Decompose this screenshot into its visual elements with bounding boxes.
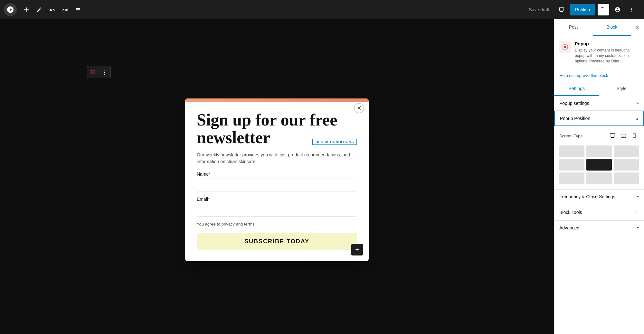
- position-grid: [559, 145, 639, 184]
- frequency-close-label: Frequency & Close Settings: [559, 194, 615, 199]
- position-section-content: Screen Type: [554, 126, 644, 189]
- email-required-marker: *: [208, 197, 210, 202]
- block-tools-header[interactable]: Block Tools +: [554, 204, 644, 220]
- ellipsis-icon: [629, 7, 635, 13]
- block-options-button[interactable]: ⋮: [99, 66, 110, 78]
- editor-area: ⋮ ✕ Sign up for our free newsletter BLOC…: [0, 19, 554, 334]
- subscribe-btn-wrapper: SUBSCRIBE TODAY +: [197, 233, 357, 250]
- email-label: Email*: [197, 197, 357, 202]
- post-tab[interactable]: Post: [554, 19, 593, 36]
- save-draft-button[interactable]: Save draft: [525, 5, 553, 14]
- position-cell-3[interactable]: [559, 159, 584, 171]
- popup-modal: ✕ Sign up for our free newsletter BLOCK …: [185, 98, 369, 261]
- popup-description: Our weekly newsletter provides you with …: [197, 152, 357, 165]
- edit-icon: [36, 7, 42, 13]
- terms-text: You agree to privacy and terms.: [197, 222, 357, 227]
- block-conditions-badge[interactable]: BLOCK CONDITIONS: [312, 139, 357, 145]
- block-tools-label: Block Tools: [559, 210, 582, 215]
- block-tools-plus-icon: +: [635, 209, 639, 216]
- block-info-text: Popup Display your content in beautiful …: [575, 41, 639, 64]
- block-tab[interactable]: Block: [593, 19, 631, 36]
- block-tools-section: Block Tools +: [554, 204, 644, 221]
- position-cell-7[interactable]: [586, 172, 611, 184]
- wp-logo[interactable]: [4, 3, 17, 16]
- undo-icon: [49, 7, 55, 13]
- settings-icon: [601, 7, 606, 13]
- user-avatar-icon: [615, 7, 620, 13]
- position-cell-5[interactable]: [614, 159, 639, 171]
- position-cell-8[interactable]: [614, 172, 639, 184]
- toolbar-center: Save draft Publish: [84, 4, 638, 15]
- popup-position-section: Popup Position ▴ Screen Type: [554, 111, 644, 190]
- sidebar: Post Block ✕ Popup Display your content …: [554, 19, 644, 334]
- plus-icon: [24, 7, 29, 13]
- name-field-group: Name*: [197, 172, 357, 191]
- popup-position-header[interactable]: Popup Position ▴: [554, 111, 644, 126]
- help-improve-link[interactable]: Help us improve this block: [554, 69, 644, 82]
- toolbar-left: [4, 3, 84, 16]
- block-description: Display your content in beautiful popup …: [575, 48, 639, 64]
- document-overview-button[interactable]: [72, 4, 84, 15]
- advanced-header[interactable]: Advanced ▾: [554, 221, 644, 235]
- advanced-label: Advanced: [559, 225, 579, 230]
- add-block-below-button[interactable]: +: [351, 244, 363, 255]
- options-button[interactable]: [626, 4, 638, 15]
- position-cell-1[interactable]: [586, 145, 611, 157]
- popup-block-icon: [90, 70, 96, 75]
- popup-settings-label: Popup settings: [559, 101, 589, 106]
- edit-tools-button[interactable]: [33, 4, 45, 15]
- popup-close-button[interactable]: ✕: [354, 103, 364, 113]
- email-field-group: Email*: [197, 197, 357, 217]
- redo-button[interactable]: [59, 4, 71, 15]
- name-required-marker: *: [209, 172, 210, 177]
- top-toolbar: Save draft Publish: [0, 0, 644, 19]
- advanced-section: Advanced ▾: [554, 221, 644, 235]
- screen-type-icons: [608, 131, 639, 140]
- monitor-icon: [559, 7, 564, 13]
- popup-overlay: ✕ Sign up for our free newsletter BLOCK …: [0, 19, 554, 334]
- wordpress-icon: [6, 6, 14, 14]
- position-cell-6[interactable]: [559, 172, 584, 184]
- screen-type-row: Screen Type: [559, 131, 639, 140]
- popup-position-label: Popup Position: [560, 116, 590, 121]
- popup-sidebar-icon: [562, 44, 568, 50]
- popup-content: Sign up for our free newsletter BLOCK CO…: [185, 102, 369, 261]
- settings-tab[interactable]: Settings: [554, 82, 599, 96]
- mobile-screen-icon[interactable]: [630, 131, 639, 140]
- settings-style-tabs: Settings Style: [554, 82, 644, 96]
- undo-button[interactable]: [46, 4, 58, 15]
- popup-settings-section: Popup settings ▾: [554, 96, 644, 111]
- user-button[interactable]: [612, 4, 623, 15]
- sidebar-header: Post Block ✕: [554, 19, 644, 36]
- subscribe-button[interactable]: SUBSCRIBE TODAY: [197, 233, 357, 250]
- frequency-close-section: Frequency & Close Settings ▾: [554, 190, 644, 204]
- block-icon-container: [559, 41, 571, 53]
- list-icon: [75, 7, 81, 13]
- style-tab[interactable]: Style: [599, 82, 644, 96]
- add-block-toolbar-button[interactable]: [21, 4, 32, 15]
- publish-button[interactable]: Publish: [570, 4, 595, 15]
- sidebar-close-button[interactable]: ✕: [631, 22, 643, 33]
- frequency-close-chevron: ▾: [637, 194, 639, 199]
- position-cell-0[interactable]: [559, 145, 584, 157]
- redo-icon: [62, 7, 68, 13]
- position-cell-4[interactable]: [586, 159, 611, 171]
- popup-position-chevron: ▴: [636, 116, 638, 121]
- name-input[interactable]: [197, 179, 357, 191]
- position-cell-2[interactable]: [614, 145, 639, 157]
- block-name: Popup: [575, 41, 639, 46]
- screen-type-label: Screen Type: [559, 134, 583, 138]
- block-floating-toolbar: ⋮: [87, 66, 111, 78]
- view-button[interactable]: [556, 4, 567, 15]
- tablet-screen-icon[interactable]: [619, 131, 628, 140]
- email-input[interactable]: [197, 204, 357, 217]
- popup-header-bar: [185, 98, 369, 102]
- popup-settings-header[interactable]: Popup settings ▾: [554, 96, 644, 110]
- settings-button[interactable]: [598, 4, 609, 15]
- block-popup-icon-button[interactable]: [87, 66, 99, 78]
- desktop-screen-icon[interactable]: [608, 131, 617, 140]
- popup-settings-chevron: ▾: [637, 101, 639, 106]
- main-area: ⋮ ✕ Sign up for our free newsletter BLOC…: [0, 19, 644, 334]
- frequency-close-header[interactable]: Frequency & Close Settings ▾: [554, 190, 644, 204]
- advanced-chevron: ▾: [637, 226, 639, 230]
